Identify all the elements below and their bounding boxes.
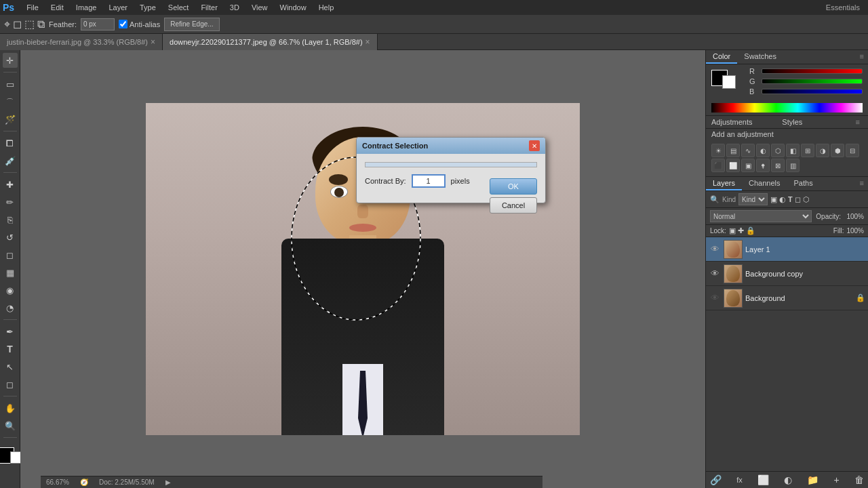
- brush-tool[interactable]: ✏: [3, 195, 18, 209]
- clone-icon[interactable]: ⧉: [37, 18, 45, 30]
- antialias-checkbox[interactable]: [119, 20, 127, 28]
- crop-tool[interactable]: ⧠: [3, 136, 18, 150]
- healing-tool[interactable]: ✚: [3, 177, 18, 192]
- menu-select[interactable]: Select: [163, 2, 195, 13]
- smartobject-filter-icon[interactable]: ⬡: [803, 195, 810, 204]
- navigator-icon[interactable]: 🧭: [80, 479, 88, 486]
- cancel-button[interactable]: Cancel: [490, 197, 537, 214]
- paths-tab[interactable]: Paths: [787, 177, 820, 190]
- type-filter-icon[interactable]: T: [788, 195, 793, 204]
- channel-mixer-icon[interactable]: ⊟: [846, 144, 859, 157]
- contract-by-input[interactable]: 1: [412, 174, 446, 188]
- menu-view[interactable]: View: [246, 2, 273, 13]
- photo-filter-icon[interactable]: ⬢: [831, 144, 844, 157]
- lock-pixels-icon[interactable]: ▣: [729, 226, 736, 235]
- color-tab[interactable]: Color: [706, 50, 737, 64]
- levels-icon[interactable]: ▤: [726, 144, 740, 157]
- menu-filter[interactable]: Filter: [195, 2, 222, 13]
- new-adjustment-icon[interactable]: ◐: [784, 474, 792, 485]
- invert-icon[interactable]: ⬜: [726, 159, 740, 172]
- threshold-icon[interactable]: ⧭: [756, 159, 770, 172]
- eyedropper-tool[interactable]: 💉: [3, 153, 18, 168]
- channels-tab[interactable]: Channels: [742, 177, 787, 190]
- marquee-tool[interactable]: ▭: [3, 77, 18, 92]
- styles-tab[interactable]: Styles: [782, 118, 852, 126]
- lasso-tool-icon[interactable]: ⌖: [4, 18, 10, 30]
- lock-all-icon[interactable]: 🔒: [746, 226, 755, 235]
- adjustment-filter-icon[interactable]: ◐: [779, 195, 786, 204]
- new-layer-icon[interactable]: +: [834, 474, 840, 485]
- new-group-icon[interactable]: 📁: [807, 474, 818, 485]
- gradient-tool[interactable]: ▦: [3, 265, 18, 280]
- path-selection-tool[interactable]: ↖: [3, 359, 18, 374]
- selection-tool-icon[interactable]: ◻: [13, 18, 22, 30]
- color-lookup-icon[interactable]: ⬛: [711, 159, 725, 172]
- type-tool[interactable]: T: [3, 342, 18, 357]
- delete-layer-icon[interactable]: 🗑: [854, 474, 864, 485]
- magic-wand-tool[interactable]: 🪄: [3, 112, 18, 127]
- hue-saturation-icon[interactable]: ◧: [786, 144, 800, 157]
- add-mask-icon[interactable]: ⬜: [757, 474, 769, 485]
- layer-item-layer1[interactable]: 👁 Layer 1: [706, 237, 868, 262]
- link-layers-icon[interactable]: 🔗: [710, 474, 722, 485]
- menu-window[interactable]: Window: [275, 2, 312, 13]
- transform-icon[interactable]: ⬚: [24, 18, 35, 30]
- history-brush-tool[interactable]: ↺: [3, 230, 18, 245]
- bgcopy-visibility-toggle[interactable]: 👁: [709, 268, 721, 279]
- menu-help[interactable]: Help: [313, 2, 340, 13]
- gradient-map-icon[interactable]: ▥: [786, 159, 800, 172]
- swatches-tab[interactable]: Swatches: [737, 50, 783, 64]
- feather-input[interactable]: [81, 18, 115, 30]
- menu-type[interactable]: Type: [134, 2, 161, 13]
- tab-downey-close[interactable]: ×: [366, 37, 370, 47]
- menu-edit[interactable]: Edit: [45, 2, 69, 13]
- zoom-tool[interactable]: 🔍: [3, 418, 18, 433]
- dialog-close-button[interactable]: ✕: [529, 140, 540, 151]
- vibrance-icon[interactable]: ⬡: [771, 144, 785, 157]
- lock-position-icon[interactable]: ✚: [738, 226, 744, 235]
- color-balance-icon[interactable]: ⊞: [801, 144, 814, 157]
- layers-tab[interactable]: Layers: [706, 177, 742, 190]
- hand-tool[interactable]: ✋: [3, 401, 18, 415]
- brightness-contrast-icon[interactable]: ☀: [711, 144, 725, 157]
- color-panel-menu[interactable]: ≡: [856, 50, 868, 64]
- layer-item-background[interactable]: 👁 Background 🔒: [706, 286, 868, 310]
- refine-edge-button[interactable]: Refine Edge...: [164, 18, 219, 31]
- menu-image[interactable]: Image: [71, 2, 102, 13]
- color-spectrum[interactable]: [711, 103, 863, 113]
- adjustments-menu[interactable]: ≡: [853, 118, 863, 126]
- menu-layer[interactable]: Layer: [103, 2, 133, 13]
- eraser-tool[interactable]: ◻: [3, 247, 18, 262]
- blur-tool[interactable]: ◉: [3, 283, 18, 298]
- exposure-icon[interactable]: ◐: [756, 144, 770, 157]
- pen-tool[interactable]: ✒: [3, 324, 18, 339]
- shape-tool[interactable]: ◻: [3, 377, 18, 392]
- selective-color-icon[interactable]: ⊠: [771, 159, 785, 172]
- lasso-tool[interactable]: ⌒: [3, 94, 18, 109]
- move-tool[interactable]: ✛: [3, 53, 18, 68]
- black-white-icon[interactable]: ◑: [816, 144, 829, 157]
- pixel-filter-icon[interactable]: ▣: [770, 195, 777, 204]
- g-slider[interactable]: [762, 79, 863, 84]
- layer1-visibility-toggle[interactable]: 👁: [709, 244, 721, 254]
- posterize-icon[interactable]: ▣: [741, 159, 755, 172]
- layer-kind-select[interactable]: Kind: [738, 193, 768, 205]
- blend-mode-select[interactable]: Normal: [710, 210, 812, 222]
- color-bg-swatch[interactable]: [722, 75, 736, 89]
- layer-item-bgcopy[interactable]: 👁 Background copy: [706, 262, 868, 286]
- background-visibility-toggle[interactable]: 👁: [709, 293, 721, 303]
- r-slider[interactable]: [762, 68, 863, 74]
- menu-file[interactable]: File: [21, 2, 44, 13]
- shape-filter-icon[interactable]: ◻: [795, 195, 801, 204]
- layers-panel-menu[interactable]: ≡: [856, 177, 868, 190]
- b-slider[interactable]: [762, 89, 863, 94]
- menu-3d[interactable]: 3D: [224, 2, 245, 13]
- play-button[interactable]: ▶: [165, 479, 171, 486]
- color-swatches[interactable]: [0, 445, 22, 464]
- dodge-tool[interactable]: ◔: [3, 300, 18, 315]
- curves-icon[interactable]: ∿: [741, 144, 755, 157]
- tab-downey[interactable]: downeyjr.220290121377.jpeg @ 66.7% (Laye…: [163, 34, 378, 50]
- ok-button[interactable]: OK: [490, 178, 537, 195]
- tab-justin-close[interactable]: ×: [151, 37, 155, 47]
- layer-fx-icon[interactable]: fx: [736, 476, 743, 484]
